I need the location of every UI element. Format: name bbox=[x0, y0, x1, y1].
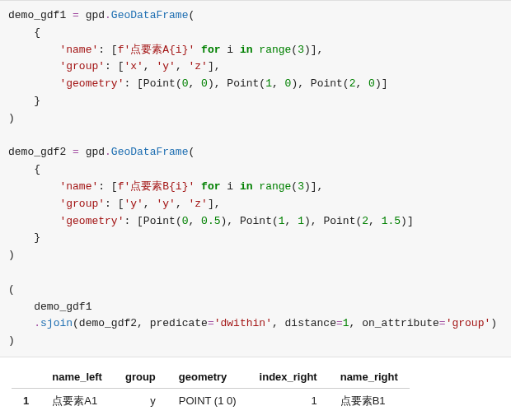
cell-index: 1 bbox=[12, 388, 40, 413]
dataframe-table: name_left group geometry index_right nam… bbox=[12, 366, 410, 413]
table-header-row: name_left group geometry index_right nam… bbox=[12, 366, 410, 389]
cell-name-left: 点要素A1 bbox=[40, 388, 114, 413]
col-geometry: geometry bbox=[167, 366, 248, 389]
col-name-right: name_right bbox=[329, 366, 410, 389]
cell-group: y bbox=[114, 388, 167, 413]
cell-index-right: 1 bbox=[248, 388, 329, 413]
col-group: group bbox=[114, 366, 167, 389]
col-index-right: index_right bbox=[248, 366, 329, 389]
cell-geometry: POINT (1 0) bbox=[167, 388, 248, 413]
code-line: demo_gdf1 = gpd.GeoDataFrame( bbox=[8, 9, 195, 21]
cell-name-right: 点要素B1 bbox=[329, 388, 410, 413]
table-row: 1 点要素A1 y POINT (1 0) 1 点要素B1 bbox=[12, 388, 410, 413]
col-index bbox=[12, 366, 40, 389]
output-cell: name_left group geometry index_right nam… bbox=[0, 357, 511, 420]
col-name-left: name_left bbox=[40, 366, 114, 389]
code-cell: demo_gdf1 = gpd.GeoDataFrame( { 'name': … bbox=[0, 0, 511, 357]
